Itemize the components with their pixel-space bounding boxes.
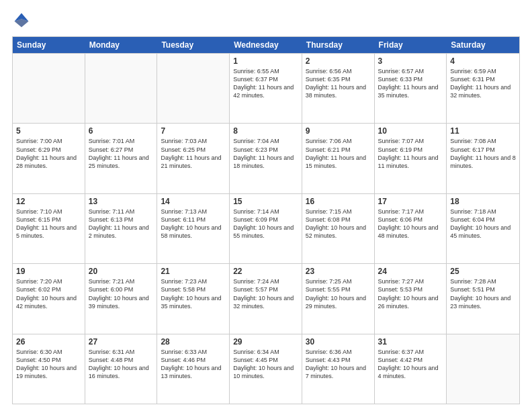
day-number: 26 bbox=[16, 337, 81, 347]
cell-text: Sunrise: 6:30 AM Sunset: 4:50 PM Dayligh… bbox=[16, 348, 81, 381]
calendar-cell: 22Sunrise: 7:24 AM Sunset: 5:57 PM Dayli… bbox=[230, 264, 302, 333]
day-number: 23 bbox=[306, 267, 371, 276]
calendar-header-cell: Monday bbox=[85, 37, 158, 53]
calendar-cell: 14Sunrise: 7:13 AM Sunset: 6:11 PM Dayli… bbox=[157, 194, 230, 263]
day-number: 13 bbox=[89, 197, 154, 206]
calendar-header-cell: Thursday bbox=[302, 37, 375, 53]
calendar-header-cell: Wednesday bbox=[230, 37, 302, 53]
calendar-cell: 6Sunrise: 7:01 AM Sunset: 6:27 PM Daylig… bbox=[85, 124, 158, 193]
calendar-cell bbox=[157, 54, 230, 123]
cell-text: Sunrise: 6:59 AM Sunset: 6:31 PM Dayligh… bbox=[450, 67, 516, 100]
day-number: 14 bbox=[161, 197, 226, 206]
page: SundayMondayTuesdayWednesdayThursdayFrid… bbox=[0, 0, 532, 411]
logo bbox=[12, 11, 34, 30]
cell-text: Sunrise: 7:13 AM Sunset: 6:11 PM Dayligh… bbox=[161, 208, 226, 240]
calendar-cell: 5Sunrise: 7:00 AM Sunset: 6:29 PM Daylig… bbox=[13, 124, 85, 193]
cell-text: Sunrise: 7:14 AM Sunset: 6:09 PM Dayligh… bbox=[233, 208, 298, 240]
calendar-cell bbox=[447, 334, 519, 404]
day-number: 20 bbox=[89, 267, 154, 276]
cell-text: Sunrise: 7:20 AM Sunset: 6:02 PM Dayligh… bbox=[16, 277, 81, 310]
cell-text: Sunrise: 7:24 AM Sunset: 5:57 PM Dayligh… bbox=[233, 277, 298, 310]
calendar-cell: 9Sunrise: 7:06 AM Sunset: 6:21 PM Daylig… bbox=[302, 124, 375, 193]
day-number: 15 bbox=[233, 197, 298, 206]
cell-text: Sunrise: 7:03 AM Sunset: 6:25 PM Dayligh… bbox=[161, 137, 226, 170]
cell-text: Sunrise: 6:36 AM Sunset: 4:43 PM Dayligh… bbox=[306, 348, 371, 381]
cell-text: Sunrise: 7:10 AM Sunset: 6:15 PM Dayligh… bbox=[16, 208, 81, 240]
cell-text: Sunrise: 7:25 AM Sunset: 5:55 PM Dayligh… bbox=[306, 277, 371, 310]
calendar-cell: 16Sunrise: 7:15 AM Sunset: 6:08 PM Dayli… bbox=[302, 194, 375, 263]
day-number: 3 bbox=[378, 56, 443, 66]
cell-text: Sunrise: 7:00 AM Sunset: 6:29 PM Dayligh… bbox=[16, 137, 81, 170]
day-number: 31 bbox=[378, 337, 443, 347]
calendar-header-row: SundayMondayTuesdayWednesdayThursdayFrid… bbox=[13, 37, 519, 53]
day-number: 22 bbox=[233, 267, 298, 276]
day-number: 21 bbox=[161, 267, 226, 276]
cell-text: Sunrise: 7:15 AM Sunset: 6:08 PM Dayligh… bbox=[306, 208, 371, 240]
day-number: 18 bbox=[450, 197, 516, 206]
cell-text: Sunrise: 7:01 AM Sunset: 6:27 PM Dayligh… bbox=[89, 137, 154, 170]
calendar-week-row: 1Sunrise: 6:55 AM Sunset: 6:37 PM Daylig… bbox=[13, 53, 519, 123]
cell-text: Sunrise: 6:55 AM Sunset: 6:37 PM Dayligh… bbox=[233, 67, 298, 100]
day-number: 7 bbox=[161, 126, 226, 136]
day-number: 29 bbox=[233, 337, 298, 347]
day-number: 1 bbox=[233, 56, 298, 66]
calendar-cell bbox=[13, 54, 85, 123]
cell-text: Sunrise: 6:31 AM Sunset: 4:48 PM Dayligh… bbox=[89, 348, 154, 381]
day-number: 10 bbox=[378, 126, 443, 136]
calendar-cell: 3Sunrise: 6:57 AM Sunset: 6:33 PM Daylig… bbox=[375, 54, 447, 123]
calendar-cell: 27Sunrise: 6:31 AM Sunset: 4:48 PM Dayli… bbox=[85, 334, 158, 404]
cell-text: Sunrise: 7:07 AM Sunset: 6:19 PM Dayligh… bbox=[378, 137, 443, 170]
calendar-cell: 7Sunrise: 7:03 AM Sunset: 6:25 PM Daylig… bbox=[157, 124, 230, 193]
cell-text: Sunrise: 6:33 AM Sunset: 4:46 PM Dayligh… bbox=[161, 348, 226, 381]
calendar-cell: 10Sunrise: 7:07 AM Sunset: 6:19 PM Dayli… bbox=[375, 124, 447, 193]
day-number: 2 bbox=[306, 56, 371, 66]
calendar-cell: 31Sunrise: 6:37 AM Sunset: 4:42 PM Dayli… bbox=[375, 334, 447, 404]
day-number: 5 bbox=[16, 126, 81, 136]
cell-text: Sunrise: 7:08 AM Sunset: 6:17 PM Dayligh… bbox=[450, 137, 516, 170]
day-number: 25 bbox=[450, 267, 516, 276]
day-number: 9 bbox=[306, 126, 371, 136]
cell-text: Sunrise: 6:56 AM Sunset: 6:35 PM Dayligh… bbox=[306, 67, 371, 100]
calendar-cell: 24Sunrise: 7:27 AM Sunset: 5:53 PM Dayli… bbox=[375, 264, 447, 333]
calendar-cell: 20Sunrise: 7:21 AM Sunset: 6:00 PM Dayli… bbox=[85, 264, 158, 333]
cell-text: Sunrise: 7:04 AM Sunset: 6:23 PM Dayligh… bbox=[233, 137, 298, 170]
day-number: 17 bbox=[378, 197, 443, 206]
calendar-cell: 19Sunrise: 7:20 AM Sunset: 6:02 PM Dayli… bbox=[13, 264, 85, 333]
calendar-cell: 15Sunrise: 7:14 AM Sunset: 6:09 PM Dayli… bbox=[230, 194, 302, 263]
cell-text: Sunrise: 7:11 AM Sunset: 6:13 PM Dayligh… bbox=[89, 208, 154, 240]
calendar-cell: 4Sunrise: 6:59 AM Sunset: 6:31 PM Daylig… bbox=[447, 54, 519, 123]
calendar-header-cell: Sunday bbox=[13, 37, 85, 53]
day-number: 19 bbox=[16, 267, 81, 276]
calendar-week-row: 12Sunrise: 7:10 AM Sunset: 6:15 PM Dayli… bbox=[13, 193, 519, 263]
day-number: 16 bbox=[306, 197, 371, 206]
calendar-cell: 29Sunrise: 6:34 AM Sunset: 4:45 PM Dayli… bbox=[230, 334, 302, 404]
day-number: 8 bbox=[233, 126, 298, 136]
day-number: 6 bbox=[89, 126, 154, 136]
day-number: 28 bbox=[161, 337, 226, 347]
calendar-cell: 11Sunrise: 7:08 AM Sunset: 6:17 PM Dayli… bbox=[447, 124, 519, 193]
day-number: 24 bbox=[378, 267, 443, 276]
cell-text: Sunrise: 6:37 AM Sunset: 4:42 PM Dayligh… bbox=[378, 348, 443, 381]
calendar-cell: 21Sunrise: 7:23 AM Sunset: 5:58 PM Dayli… bbox=[157, 264, 230, 333]
calendar-cell: 1Sunrise: 6:55 AM Sunset: 6:37 PM Daylig… bbox=[230, 54, 302, 123]
calendar-cell: 28Sunrise: 6:33 AM Sunset: 4:46 PM Dayli… bbox=[157, 334, 230, 404]
cell-text: Sunrise: 7:17 AM Sunset: 6:06 PM Dayligh… bbox=[378, 208, 443, 240]
calendar-cell: 13Sunrise: 7:11 AM Sunset: 6:13 PM Dayli… bbox=[85, 194, 158, 263]
cell-text: Sunrise: 7:28 AM Sunset: 5:51 PM Dayligh… bbox=[450, 277, 516, 310]
cell-text: Sunrise: 7:06 AM Sunset: 6:21 PM Dayligh… bbox=[306, 137, 371, 170]
calendar-week-row: 19Sunrise: 7:20 AM Sunset: 6:02 PM Dayli… bbox=[13, 263, 519, 333]
calendar-cell: 8Sunrise: 7:04 AM Sunset: 6:23 PM Daylig… bbox=[230, 124, 302, 193]
calendar-header-cell: Saturday bbox=[447, 37, 519, 53]
calendar-cell bbox=[85, 54, 158, 123]
calendar-cell: 2Sunrise: 6:56 AM Sunset: 6:35 PM Daylig… bbox=[302, 54, 375, 123]
header bbox=[12, 11, 520, 30]
calendar: SundayMondayTuesdayWednesdayThursdayFrid… bbox=[12, 36, 520, 404]
calendar-cell: 30Sunrise: 6:36 AM Sunset: 4:43 PM Dayli… bbox=[302, 334, 375, 404]
calendar-cell: 12Sunrise: 7:10 AM Sunset: 6:15 PM Dayli… bbox=[13, 194, 85, 263]
calendar-cell: 25Sunrise: 7:28 AM Sunset: 5:51 PM Dayli… bbox=[447, 264, 519, 333]
calendar-cell: 26Sunrise: 6:30 AM Sunset: 4:50 PM Dayli… bbox=[13, 334, 85, 404]
day-number: 27 bbox=[89, 337, 154, 347]
day-number: 12 bbox=[16, 197, 81, 206]
cell-text: Sunrise: 7:21 AM Sunset: 6:00 PM Dayligh… bbox=[89, 277, 154, 310]
cell-text: Sunrise: 6:34 AM Sunset: 4:45 PM Dayligh… bbox=[233, 348, 298, 381]
